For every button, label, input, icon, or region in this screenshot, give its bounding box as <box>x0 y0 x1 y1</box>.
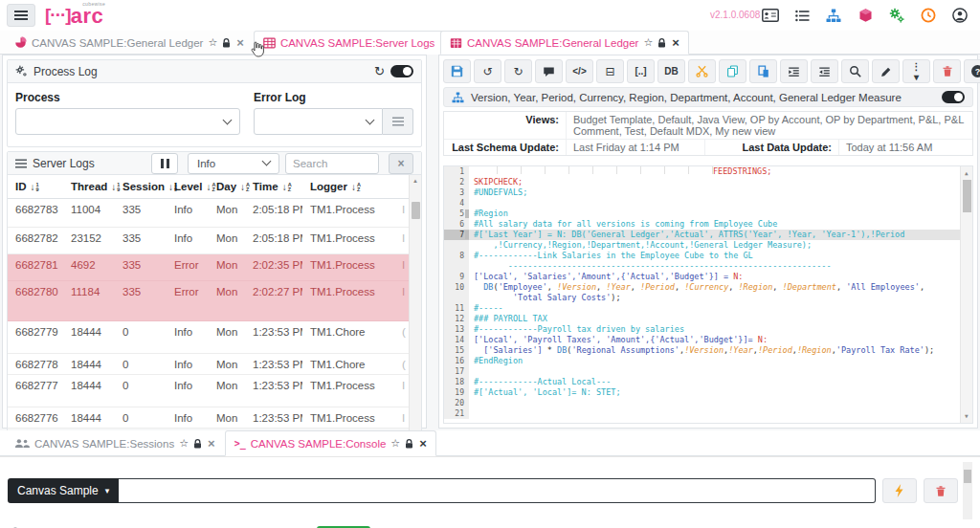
toolbar-delete-button[interactable] <box>933 59 961 83</box>
code-line-21[interactable]: 21 <box>444 408 960 419</box>
toolbar-copy-button[interactable] <box>719 59 746 83</box>
process-log-toggle[interactable] <box>390 65 413 77</box>
code-line-19[interactable]: 19#['Actual', 'Local']= N: STET; <box>444 387 960 398</box>
code-line-wrap[interactable]: ,!Currency,!Region,!Department,!Account,… <box>444 240 960 251</box>
level-filter-select[interactable]: Info <box>188 153 279 174</box>
favorite-star-icon[interactable]: ☆ <box>643 36 653 49</box>
run-button[interactable] <box>882 478 917 503</box>
code-line-13[interactable]: 13#------------Payroll tax driven by sal… <box>444 324 960 335</box>
toolbar-comment-button[interactable] <box>535 59 563 83</box>
toolbar-search-button[interactable] <box>841 59 869 83</box>
favorite-star-icon[interactable]: ☆ <box>179 437 189 450</box>
scroll-thumb[interactable] <box>964 470 971 483</box>
log-row-6682781[interactable]: 66827814692335ErrorMon2:02:35 PMTM1.Proc… <box>8 253 411 280</box>
search-input[interactable] <box>285 153 379 174</box>
lock-icon[interactable] <box>222 38 231 48</box>
process-select[interactable] <box>15 108 240 135</box>
lock-icon[interactable] <box>405 439 413 449</box>
column-thread[interactable]: Thread↓19 <box>63 175 115 198</box>
refresh-icon[interactable]: ↻ <box>374 65 385 77</box>
list-icon[interactable] <box>792 7 812 24</box>
log-row-6682779[interactable]: 6682779184440InfoMon1:23:53 PMTM1.Chore( <box>8 320 411 353</box>
clock-icon[interactable] <box>919 7 938 24</box>
log-row-6682777[interactable]: 6682777184440InfoMon1:23:53 PMTM1.Proces… <box>8 374 411 407</box>
vertical-scrollbar[interactable]: ▲▼ <box>409 175 421 466</box>
toolbar-redo-button[interactable]: ↻ <box>504 59 532 83</box>
close-tab-icon[interactable]: × <box>672 35 679 50</box>
code-line-17[interactable]: 17 <box>444 366 960 377</box>
code-line-16[interactable]: 16#EndRegion <box>444 356 960 366</box>
close-tab-icon[interactable]: × <box>419 436 427 451</box>
code-line-2[interactable]: 2SKIPCHECK; <box>444 177 960 187</box>
log-row-6682776[interactable]: 6682776184440InfoMon1:23:53 PMTM1.Proces… <box>8 407 411 428</box>
tab-console[interactable]: >_ CANVAS SAMPLE:Console ☆ × <box>225 430 436 456</box>
scroll-thumb[interactable] <box>412 202 420 219</box>
code-line-14[interactable]: 14['Local', 'Payroll Taxes', 'Amount',{'… <box>444 335 960 345</box>
rules-code-editor[interactable]: 1FEEDSTRINGS;2SKIPCHECK;3#UNDEFVALS;45#R… <box>443 165 973 424</box>
fold-marker[interactable] <box>465 209 469 218</box>
code-lines[interactable]: 1FEEDSTRINGS;2SKIPCHECK;3#UNDEFVALS;45#R… <box>444 166 960 423</box>
close-tab-icon[interactable]: × <box>236 35 244 50</box>
code-line-1[interactable]: 1FEEDSTRINGS; <box>444 166 960 177</box>
log-row-6682780[interactable]: 668278011184335ErrorMon2:02:27 PMTM1.Pro… <box>8 280 411 320</box>
code-line-15[interactable]: 15 ['Salaries'] * DB('Regional Assumptio… <box>444 345 960 356</box>
column-session[interactable]: Session↓19 <box>115 175 167 198</box>
fold-marker[interactable] <box>465 231 469 239</box>
cogs-icon[interactable] <box>887 7 906 24</box>
code-line-9[interactable]: 9['Local', 'Salaries','Amount',{'Actual'… <box>444 272 960 282</box>
id-card-icon[interactable] <box>761 7 780 24</box>
code-line-5[interactable]: 5#Region <box>444 209 960 219</box>
toolbar-help-button[interactable]: ? <box>964 59 980 83</box>
toolbar-outdent-button[interactable] <box>811 59 838 83</box>
toolbar-db-button[interactable]: DB <box>657 59 685 83</box>
code-line-4[interactable]: 4 <box>444 198 960 209</box>
favorite-star-icon[interactable]: ☆ <box>208 36 217 49</box>
column-logger[interactable]: Logger↓AZ <box>302 175 398 198</box>
toolbar-code-button[interactable]: </> <box>566 59 593 83</box>
scroll-thumb[interactable] <box>963 180 971 212</box>
tab-general-ledger-rules[interactable]: CANVAS SAMPLE:General Ledger ☆ × <box>440 31 689 55</box>
toolbar-paste-button[interactable] <box>749 59 777 83</box>
code-line-8[interactable]: 8#------------Link Salaries in the Emplo… <box>444 251 960 261</box>
error-log-list-button[interactable] <box>383 108 413 135</box>
instance-select-button[interactable]: Canvas Sample ▾ <box>8 478 119 503</box>
dimension-bar-toggle[interactable] <box>942 91 965 103</box>
pause-button[interactable] <box>151 153 178 174</box>
favorite-star-icon[interactable]: ☆ <box>390 437 400 450</box>
toolbar-indent-button[interactable] <box>780 59 808 83</box>
clear-console-button[interactable] <box>924 478 958 503</box>
toolbar-edit-button[interactable] <box>872 59 900 83</box>
lock-icon[interactable] <box>193 439 202 449</box>
tab-sessions[interactable]: CANVAS SAMPLE:Sessions ☆ × <box>5 430 225 455</box>
clear-search-button[interactable]: × <box>389 153 413 174</box>
column-time[interactable]: Time↓AZ <box>245 175 302 198</box>
lock-icon[interactable] <box>657 38 666 48</box>
log-row-6682782[interactable]: 668278223152335InfoMon2:05:18 PMTM1.Proc… <box>8 227 411 253</box>
console-scrollbar[interactable] <box>963 462 972 519</box>
toolbar-save-button[interactable] <box>443 59 471 83</box>
code-line-11[interactable]: 11#----- <box>444 303 960 314</box>
code-line-18[interactable]: 18#------------Actual Local--- <box>444 377 960 387</box>
editor-scrollbar[interactable]: ▲▼ <box>960 166 972 423</box>
code-line-wrap[interactable]: 'Total Salary Costs'); <box>444 293 960 303</box>
sitemap-icon[interactable] <box>824 7 843 24</box>
code-line-10[interactable]: 10 DB('Employee', !Version, !Year, !Peri… <box>444 282 960 293</box>
column-id[interactable]: ID↓19 <box>8 175 63 198</box>
log-row-6682783[interactable]: 668278311004335InfoMon2:05:18 PMTM1.Proc… <box>8 198 411 227</box>
user-icon[interactable] <box>950 7 969 24</box>
code-line-3[interactable]: 3#UNDEFVALS; <box>444 187 960 198</box>
toolbar-more-button[interactable]: ⋮ ▾ <box>902 59 930 83</box>
toolbar-undo-button[interactable]: ↺ <box>474 59 501 83</box>
toolbar-collapse-button[interactable]: ⊟ <box>596 59 624 83</box>
cube-icon[interactable] <box>856 7 875 24</box>
toolbar-cut-button[interactable] <box>688 59 716 83</box>
error-log-select[interactable] <box>254 108 383 135</box>
code-line-20[interactable]: 20 <box>444 398 960 408</box>
close-tab-icon[interactable]: × <box>208 436 215 451</box>
toolbar-brackets-button[interactable]: [..] <box>627 59 655 83</box>
console-command-input[interactable] <box>119 478 876 503</box>
menu-hamburger-button[interactable] <box>7 4 35 27</box>
code-line-12[interactable]: 12### PAYROLL TAX <box>444 314 960 324</box>
code-line-6[interactable]: 6#All salary data for all versions is co… <box>444 219 960 230</box>
log-row-6682778[interactable]: 6682778184440InfoMon1:23:53 PMTM1.Chore( <box>8 353 411 374</box>
